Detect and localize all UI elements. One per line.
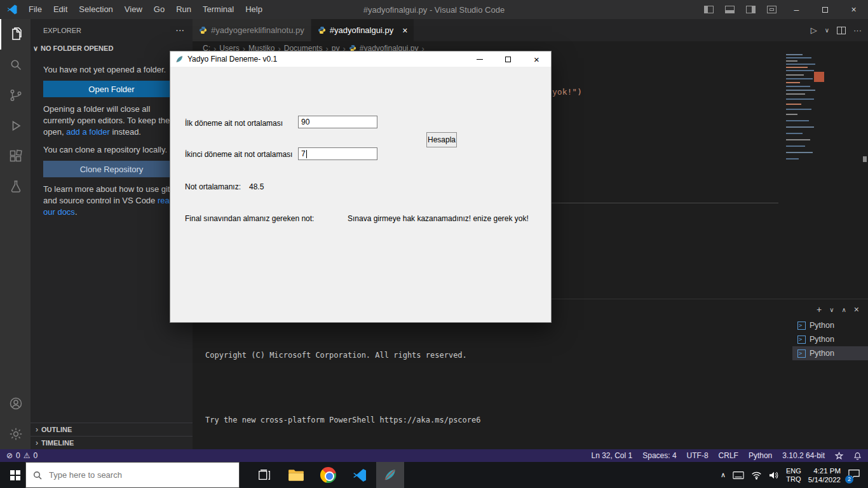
- notifications-bell-icon[interactable]: [853, 452, 862, 460]
- minimize-icon: [477, 59, 483, 60]
- eol-status[interactable]: CRLF: [719, 451, 738, 460]
- python-file-icon: [318, 26, 326, 34]
- task-view-icon: [257, 468, 271, 482]
- vscode-logo-icon: [6, 4, 18, 15]
- tray-show-hidden-icons[interactable]: ∧: [721, 471, 726, 479]
- cursor-position-status[interactable]: Ln 32, Col 1: [591, 451, 632, 460]
- toggle-sidebar-icon[interactable]: [704, 6, 714, 13]
- language-mode-status[interactable]: Python: [749, 451, 772, 460]
- timeline-section-title: TIMELINE: [41, 439, 74, 447]
- activity-bar: [0, 19, 31, 449]
- feedback-icon[interactable]: [835, 452, 843, 460]
- extensions-icon: [8, 149, 24, 164]
- menu-terminal[interactable]: Terminal: [197, 0, 240, 19]
- terminal-instance-python-3[interactable]: >Python: [792, 346, 868, 360]
- window-minimize-button[interactable]: –: [782, 0, 811, 19]
- window-maximize-button[interactable]: [811, 0, 839, 19]
- touch-keyboard-icon[interactable]: [733, 471, 744, 480]
- close-panel-icon[interactable]: ×: [854, 304, 859, 315]
- tk-titlebar[interactable]: Yadyo Final Deneme- v0.1 ×: [170, 51, 551, 67]
- taskbar-search[interactable]: [25, 462, 240, 488]
- activity-run-debug[interactable]: [0, 111, 31, 141]
- menu-go[interactable]: Go: [148, 0, 170, 19]
- python-file-icon: [199, 26, 207, 34]
- menu-selection[interactable]: Selection: [73, 0, 118, 19]
- minimap[interactable]: [786, 54, 827, 178]
- python-tk-app-button[interactable]: [376, 462, 404, 488]
- vscode-icon: [352, 468, 367, 483]
- terminal-instance-label: Python: [810, 335, 834, 344]
- menu-view[interactable]: View: [119, 0, 148, 19]
- toggle-panel-icon[interactable]: [725, 6, 735, 13]
- window-close-button[interactable]: ×: [839, 0, 868, 19]
- task-view-button[interactable]: [250, 462, 278, 488]
- run-dropdown-icon[interactable]: ∨: [825, 27, 829, 34]
- second-term-entry[interactable]: 7: [298, 147, 377, 160]
- menu-run[interactable]: Run: [170, 0, 197, 19]
- clone-repository-button[interactable]: Clone Repository: [43, 161, 180, 177]
- outline-section-header[interactable]: › OUTLINE: [31, 423, 193, 436]
- python-interpreter-status[interactable]: 3.10.2 64-bit: [782, 451, 825, 460]
- terminal-line: Copyright (C) Microsoft Corporation. All…: [205, 350, 793, 361]
- tk-feather-icon: [383, 468, 397, 482]
- indentation-status[interactable]: Spaces: 4: [642, 451, 676, 460]
- tab-label: #yadyofinalgui.py: [330, 25, 393, 35]
- final-grade-label: Final sınavından almanız gereken not:: [185, 214, 314, 223]
- terminal-instance-python-1[interactable]: >Python: [792, 318, 868, 332]
- activity-settings[interactable]: [0, 419, 31, 449]
- vscode-button[interactable]: [346, 462, 374, 488]
- chrome-button[interactable]: [314, 462, 342, 488]
- tk-maximize-button[interactable]: [494, 51, 522, 67]
- no-folder-section-header[interactable]: ∨ NO FOLDER OPENED: [31, 41, 193, 55]
- sidebar-title: EXPLORER: [43, 27, 81, 34]
- scrollbar-marker[interactable]: [863, 156, 867, 162]
- file-explorer-button[interactable]: [282, 462, 310, 488]
- menu-help[interactable]: Help: [240, 0, 268, 19]
- taskbar-clock[interactable]: 4:21 PM 5/14/2022: [808, 466, 841, 484]
- clock-date: 5/14/2022: [808, 475, 841, 484]
- tk-app-window[interactable]: Yadyo Final Deneme- v0.1 × İlk döneme ai…: [170, 51, 552, 323]
- vscode-titlebar: File Edit Selection View Go Run Terminal…: [0, 0, 868, 19]
- hesapla-button[interactable]: Hesapla: [426, 132, 457, 147]
- activity-extensions[interactable]: [0, 141, 31, 172]
- clone-text: You can clone a repository locally.: [43, 144, 180, 156]
- menu-edit[interactable]: Edit: [48, 0, 73, 19]
- first-term-entry[interactable]: 90: [298, 116, 377, 128]
- network-icon[interactable]: [751, 471, 762, 480]
- tk-close-button[interactable]: ×: [522, 51, 551, 67]
- taskbar-search-input[interactable]: [49, 470, 239, 480]
- terminal-instance-label: Python: [810, 349, 834, 358]
- new-terminal-icon[interactable]: +: [817, 304, 822, 315]
- activity-search[interactable]: [0, 50, 31, 80]
- search-icon: [8, 57, 24, 72]
- run-python-file-button[interactable]: ▷: [811, 25, 817, 35]
- customize-layout-icon[interactable]: [767, 6, 776, 13]
- volume-icon[interactable]: [769, 471, 779, 480]
- timeline-section-header[interactable]: › TIMELINE: [31, 436, 193, 449]
- sidebar-more-actions-icon[interactable]: ···: [176, 27, 185, 34]
- tab-yadyofinalgui[interactable]: #yadyofinalgui.py ×: [311, 19, 415, 41]
- tk-minimize-button[interactable]: [465, 51, 494, 67]
- encoding-status[interactable]: UTF-8: [687, 451, 709, 460]
- final-grade-value: Sınava girmeye hak kazanamadınız! enize …: [348, 214, 529, 223]
- split-editor-icon[interactable]: [837, 27, 846, 34]
- activity-explorer[interactable]: [0, 19, 31, 50]
- maximize-panel-icon[interactable]: ∧: [841, 306, 846, 313]
- terminal-instance-label: Python: [810, 321, 834, 330]
- add-folder-link[interactable]: add a folder: [66, 127, 110, 137]
- toggle-secondary-sidebar-icon[interactable]: [746, 6, 756, 13]
- open-folder-button[interactable]: Open Folder: [43, 81, 180, 97]
- activity-source-control[interactable]: [0, 80, 31, 111]
- language-indicator[interactable]: ENG TRQ: [786, 467, 801, 484]
- terminal-instance-python-2[interactable]: >Python: [792, 332, 868, 346]
- activity-testing[interactable]: [0, 172, 31, 202]
- editor-horizontal-line: [552, 203, 778, 203]
- tab-yadyogereklifinalnotu[interactable]: #yadyogereklifinalnotu.py: [193, 19, 311, 41]
- problems-status[interactable]: ⊘ 0 ⚠ 0: [0, 451, 37, 460]
- action-center-button[interactable]: 2: [848, 468, 862, 482]
- editor-more-actions-icon[interactable]: ···: [853, 25, 862, 35]
- menu-file[interactable]: File: [23, 0, 48, 19]
- activity-accounts[interactable]: [0, 388, 31, 419]
- terminal-dropdown-icon[interactable]: ∨: [829, 306, 834, 313]
- tab-close-icon[interactable]: ×: [402, 25, 407, 36]
